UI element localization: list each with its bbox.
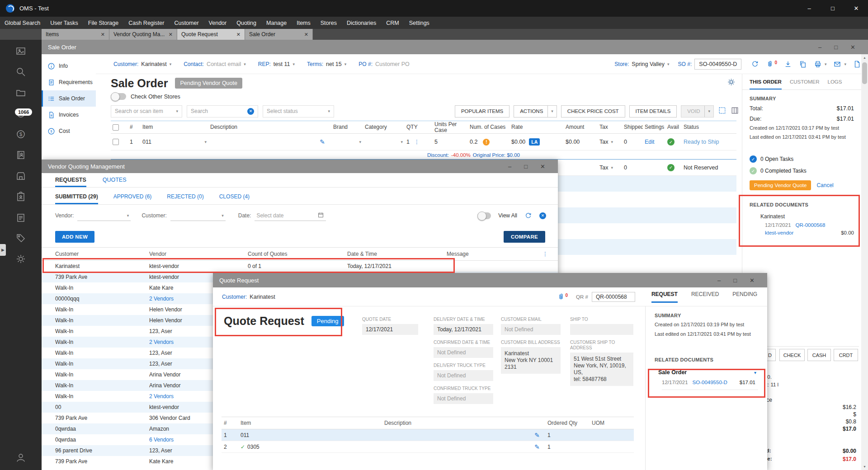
chevron-down-icon[interactable]: ▾ [359, 140, 361, 144]
scroll-up-arrow[interactable]: ▲ [861, 54, 868, 61]
maximize-button[interactable]: □ [524, 163, 528, 170]
documents-icon[interactable] [15, 212, 26, 223]
order-item-row[interactable]: 1 011▾ ✎ ▾ ▾ 1⋮ 5 0.2! $0.00LA $0.00 Tax… [111, 134, 736, 150]
quote-request-tab[interactable]: RECEIVED [691, 291, 719, 303]
delivery-truck-input[interactable]: Not Defined [434, 370, 493, 381]
pending-vendor-quote-button[interactable]: Pending Vendor Quote [750, 180, 811, 190]
quote-request-row[interactable]: Karinatest ktest-vendor 0 of 1 Today, 12… [42, 261, 558, 272]
column-options-icon[interactable]: ⋮ [542, 251, 548, 257]
quote-request-tab[interactable]: PENDING [732, 291, 757, 303]
vqm-subtab[interactable]: REJECTED (0) [167, 193, 203, 204]
document-tab[interactable]: Sale Order ✕ [245, 29, 313, 40]
ship-to-input[interactable] [570, 324, 633, 335]
document-tab[interactable]: Items ✕ [42, 29, 109, 40]
num-cases-cell[interactable]: 0.2! [468, 139, 509, 146]
actions-button[interactable]: ACTIONS▾ [514, 105, 557, 118]
menu-item[interactable]: Items [297, 20, 311, 26]
status-filter-select[interactable]: Select status ▾ [263, 105, 334, 118]
nav-info[interactable]: Info [42, 58, 96, 74]
customer-email-input[interactable]: Not Defined [501, 324, 561, 335]
menu-item[interactable]: Quoting [236, 20, 256, 26]
maximize-button[interactable]: □ [821, 0, 844, 17]
uom-badge[interactable]: LA [529, 138, 540, 146]
sale-order-window-titlebar[interactable]: Sale Order – □ ✕ [42, 40, 868, 54]
related-document-group[interactable]: Sale Order ▾ [655, 369, 758, 376]
close-button[interactable]: ✕ [850, 44, 855, 51]
tab-close-icon[interactable]: ✕ [236, 32, 241, 38]
payments-icon[interactable]: $ [15, 129, 26, 140]
maximize-button[interactable]: □ [733, 277, 737, 284]
attachments-icon[interactable]: 0 [557, 293, 568, 301]
tab-close-icon[interactable]: ✕ [304, 32, 308, 38]
copy-icon[interactable] [799, 60, 807, 68]
quote-item-row[interactable]: 2 ✓0305 ✎ 1 [222, 441, 634, 453]
summary-panel-tab[interactable]: THIS ORDER [750, 79, 782, 89]
summary-panel-tab[interactable]: LOGS [828, 79, 842, 89]
close-button[interactable]: ✕ [750, 277, 755, 284]
chevron-down-icon[interactable]: ▾ [754, 370, 756, 375]
quote-item-row[interactable]: 1 ✓011 ✎ 1 [222, 429, 634, 441]
confirmed-truck-input[interactable]: Not Defined [434, 393, 493, 404]
vqm-subtab[interactable]: SUBMITTED (29) [55, 193, 98, 204]
menu-item[interactable]: File Storage [88, 20, 118, 26]
vqm-subtab[interactable]: APPROVED (6) [113, 193, 152, 204]
tab-close-icon[interactable]: ✕ [101, 32, 105, 38]
store-icon[interactable] [15, 170, 26, 181]
minimize-button[interactable]: – [717, 277, 721, 284]
user-icon[interactable] [15, 452, 26, 465]
edit-description-icon[interactable]: ✎ [320, 138, 325, 146]
tab-close-icon[interactable]: ✕ [169, 32, 173, 38]
so-number-value[interactable]: SO-0049550-D [694, 59, 741, 70]
cell-vendor[interactable]: ktest-vendor [149, 263, 248, 269]
menu-item[interactable]: User Tasks [50, 20, 78, 26]
maximize-button[interactable]: □ [834, 44, 838, 51]
clear-search-icon[interactable]: ✕ [247, 108, 254, 115]
attachments-icon[interactable]: 0 [766, 60, 777, 68]
void-button[interactable]: VOID▾ [681, 105, 714, 118]
quote-date-input[interactable]: 12/17/2021 [362, 324, 418, 335]
customer-filter-select[interactable]: ▾ [170, 210, 226, 221]
row-checkbox[interactable] [113, 139, 119, 145]
quote-request-tab[interactable]: REQUEST [651, 291, 678, 303]
add-new-button[interactable]: ADD NEW [55, 231, 94, 243]
nav-cost[interactable]: $ Cost [42, 123, 96, 139]
popular-items-button[interactable]: POPULAR ITEMS [455, 105, 509, 118]
order-settings-gear-icon[interactable] [727, 78, 736, 88]
item-details-button[interactable]: ITEM DETAILS [629, 105, 677, 118]
delivery-date-input[interactable]: Today, 12/17/2021 [434, 324, 493, 335]
folder-icon[interactable] [15, 87, 26, 98]
document-icon[interactable] [853, 60, 861, 68]
qty-cell[interactable]: 1⋮ [405, 139, 433, 145]
clear-filters-icon[interactable]: ✕ [539, 212, 546, 219]
menu-item[interactable]: Settings [409, 20, 429, 26]
settings-icon[interactable] [15, 254, 26, 264]
menu-item[interactable]: Manage [266, 20, 287, 26]
contact-field[interactable]: Contact: Contact email ▾ [184, 61, 246, 67]
tags-icon[interactable] [15, 233, 26, 244]
cash-payment-button[interactable]: CASH [807, 349, 831, 361]
menu-item[interactable]: Dictionaries [347, 20, 376, 26]
open-tasks-label[interactable]: 0 Open Tasks [760, 156, 793, 162]
nav-requirements[interactable]: Requirements [42, 74, 96, 90]
mail-icon[interactable]: ▾ [833, 60, 846, 68]
menu-item[interactable]: Stores [321, 20, 337, 26]
customer-field[interactable]: Customer: Karinatest ▾ [113, 61, 171, 67]
compare-button[interactable]: COMPARE [504, 231, 545, 243]
edit-settings-link[interactable]: Edit [645, 139, 655, 145]
item-select[interactable]: 011▾ [141, 139, 208, 145]
cancel-link[interactable]: Cancel [816, 182, 833, 188]
related-vendor-link[interactable]: ktest-vendor [765, 230, 793, 235]
terms-field[interactable]: Terms: net 15 ▾ [307, 61, 346, 67]
scrollbar-thumb[interactable] [862, 62, 867, 84]
vendor-quoting-titlebar[interactable]: Vendor Quoting Management – □ ✕ [42, 160, 558, 173]
sidebar-expand-arrow[interactable]: ▶ [0, 244, 6, 256]
minimize-button[interactable]: – [818, 44, 821, 51]
menu-item[interactable]: Global Search [5, 20, 40, 26]
minimize-button[interactable]: – [797, 0, 821, 17]
chevron-down-icon[interactable]: ▾ [401, 140, 403, 144]
grid-select-icon[interactable] [718, 106, 726, 116]
download-icon[interactable] [784, 60, 792, 68]
minimize-button[interactable]: – [508, 163, 511, 170]
credit-payment-button[interactable]: CRDT [834, 349, 858, 361]
menu-item[interactable]: Cash Register [128, 20, 164, 26]
